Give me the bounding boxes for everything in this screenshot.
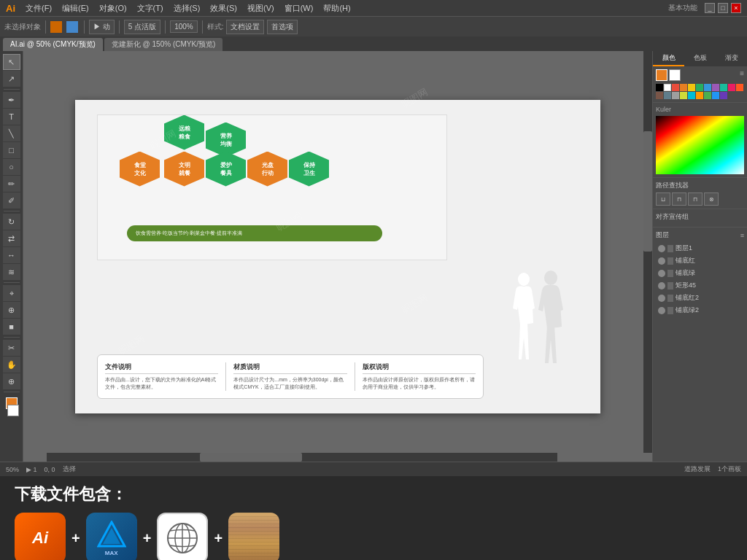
background-color[interactable] <box>7 405 19 416</box>
hex-baochi[interactable]: 保持 卫生 <box>289 152 329 187</box>
color-fill-indicator[interactable] <box>50 21 62 33</box>
vscroll-thumb[interactable] <box>643 131 652 252</box>
menu-view[interactable]: 视图(V) <box>243 1 279 15</box>
swatch-purple[interactable] <box>712 84 719 91</box>
hscroll-thumb[interactable] <box>200 453 302 462</box>
tool-direct-select[interactable]: ↗ <box>3 71 20 87</box>
tool-rotate[interactable]: ↻ <box>3 214 20 230</box>
tool-type[interactable]: T <box>3 109 20 125</box>
menu-help[interactable]: 帮助(H) <box>319 1 355 15</box>
swatch-yellow[interactable] <box>688 84 695 91</box>
tool-pencil[interactable]: ✐ <box>3 192 20 209</box>
tool-scale[interactable]: ↔ <box>3 247 20 263</box>
minimize-button[interactable]: _ <box>705 3 715 13</box>
tool-scissors[interactable]: ✂ <box>3 340 20 356</box>
tool-select[interactable]: ↖ <box>3 54 20 70</box>
tool-pen[interactable]: ✒ <box>3 92 20 108</box>
menu-file[interactable]: 文件(F) <box>21 1 56 15</box>
swatch-lt-blue[interactable] <box>712 92 719 99</box>
layer-item-6[interactable]: 铺底绿2 <box>656 304 744 316</box>
layer-item-1[interactable]: 图层1 <box>656 242 744 254</box>
swatch-teal[interactable] <box>720 84 727 91</box>
doc-settings-button[interactable]: 文档设置 <box>226 20 264 34</box>
layer-eye-5[interactable] <box>658 295 665 302</box>
max-icon[interactable]: MAX <box>86 513 137 560</box>
zoom-level[interactable]: 100% <box>170 20 198 33</box>
web-icon[interactable] <box>157 513 208 560</box>
layer-lock-2[interactable] <box>667 257 673 265</box>
tab-dangjianzhuihua[interactable]: 党建新化 @ 150% (CMYK/预览) <box>104 38 222 51</box>
pathfinder-minus[interactable]: ⊓ <box>672 192 686 206</box>
swatch-tab[interactable]: 色板 <box>684 51 716 66</box>
swatch-green[interactable] <box>696 84 703 91</box>
layer-item-4[interactable]: 矩形45 <box>656 279 744 292</box>
color-stroke-indicator[interactable] <box>66 21 78 33</box>
tool-gradient[interactable]: ■ <box>3 319 20 335</box>
hex-shitang[interactable]: 食堂 文化 <box>120 152 160 187</box>
point-size[interactable]: 5 点活版 <box>124 20 160 34</box>
tab-ai[interactable]: AI.ai @ 50% (CMYK/预览) <box>3 38 103 51</box>
fill-color-box[interactable] <box>656 69 667 81</box>
layer-eye-6[interactable] <box>658 307 665 314</box>
layer-item-3[interactable]: 铺底绿 <box>656 267 744 279</box>
hex-wenminjc[interactable]: 文明 就餐 <box>164 152 204 187</box>
hex-liangliang[interactable]: 远粮 粮食 <box>164 115 204 150</box>
mode-selector[interactable]: ▶ 动 <box>89 20 115 34</box>
layer-lock-6[interactable] <box>667 307 673 314</box>
menu-text[interactable]: 文字(T) <box>133 1 168 15</box>
maximize-button[interactable]: □ <box>718 3 728 13</box>
pathfinder-unite[interactable]: ⊔ <box>656 192 670 206</box>
menu-object[interactable]: 对象(O) <box>95 1 131 15</box>
tool-line[interactable]: ╲ <box>3 125 20 141</box>
menu-window[interactable]: 窗口(W) <box>280 1 318 15</box>
swatch-blue[interactable] <box>704 84 711 91</box>
swatch-amber[interactable] <box>696 92 703 99</box>
tool-blend[interactable]: ⌖ <box>3 285 20 301</box>
prefs-button[interactable]: 首选项 <box>267 20 298 34</box>
swatch-deep-purple[interactable] <box>720 92 727 99</box>
stroke-color-box[interactable] <box>669 69 681 81</box>
menu-edit[interactable]: 编辑(E) <box>58 1 93 15</box>
swatch-brown[interactable] <box>656 92 663 99</box>
color-options-button[interactable]: ≡ <box>740 69 744 81</box>
swatch-blue-grey[interactable] <box>664 92 671 99</box>
hex-guangpan[interactable]: 光盘 行动 <box>247 152 287 187</box>
layer-eye-1[interactable] <box>658 245 665 252</box>
layers-options[interactable]: ≡ <box>740 232 744 239</box>
layer-item-5[interactable]: 铺底红2 <box>656 292 744 304</box>
layer-lock-1[interactable] <box>667 245 673 252</box>
layer-eye-4[interactable] <box>658 282 665 289</box>
swatch-lime[interactable] <box>680 92 687 99</box>
layer-item-2[interactable]: 铺底红 <box>656 254 744 267</box>
tool-ellipse[interactable]: ○ <box>3 159 20 175</box>
gradient-tab[interactable]: 渐变 <box>716 51 747 66</box>
tool-hand[interactable]: ✋ <box>3 357 20 373</box>
swatch-grey[interactable] <box>672 92 679 99</box>
menu-select[interactable]: 选择(S) <box>169 1 205 15</box>
vertical-scrollbar[interactable] <box>643 51 652 453</box>
close-button[interactable]: × <box>731 3 741 13</box>
menu-effect[interactable]: 效果(S) <box>206 1 241 15</box>
tool-eyedropper[interactable]: ⊕ <box>3 302 20 318</box>
tool-paintbrush[interactable]: ✏ <box>3 176 20 192</box>
pathfinder-exclude[interactable]: ⊗ <box>704 192 719 206</box>
swatch-pink[interactable] <box>728 84 735 91</box>
swatch-white[interactable] <box>664 84 671 91</box>
wood-icon[interactable] <box>228 513 279 560</box>
swatch-deep-orange[interactable] <box>736 84 743 91</box>
tool-reflect[interactable]: ⇄ <box>3 230 20 246</box>
swatch-black[interactable] <box>656 84 663 91</box>
tool-rect[interactable]: □ <box>3 142 20 158</box>
swatch-orange[interactable] <box>680 84 687 91</box>
layer-lock-3[interactable] <box>667 270 673 277</box>
swatch-cyan[interactable] <box>688 92 695 99</box>
ai-icon[interactable]: Ai <box>15 513 66 560</box>
tool-zoom[interactable]: ⊕ <box>3 373 20 389</box>
layer-lock-5[interactable] <box>667 295 673 302</box>
swatch-lt-green[interactable] <box>704 92 711 99</box>
pathfinder-intersect[interactable]: ⊓ <box>688 192 703 206</box>
layer-eye-3[interactable] <box>658 270 665 277</box>
tool-warp[interactable]: ≋ <box>3 264 20 280</box>
horizontal-scrollbar[interactable] <box>47 453 557 462</box>
hex-aihu[interactable]: 爱护 餐具 <box>206 152 246 187</box>
